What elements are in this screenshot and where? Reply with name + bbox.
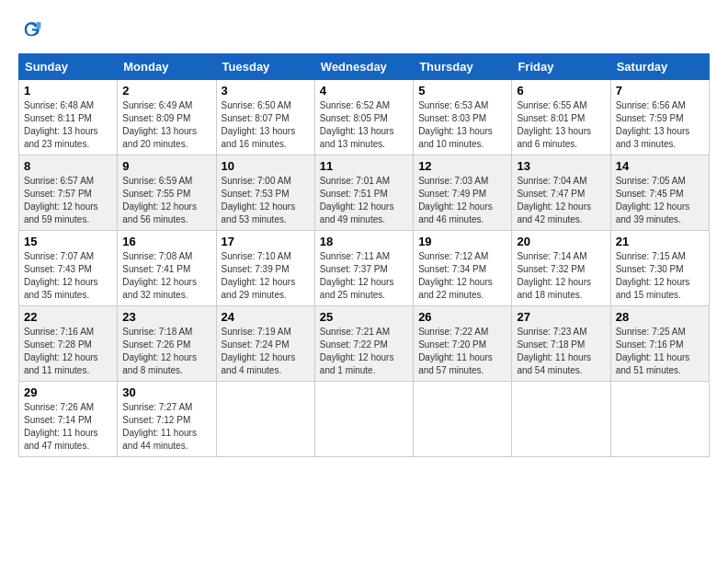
day-info: Sunrise: 7:22 AMSunset: 7:20 PMDaylight:… — [418, 326, 506, 377]
week-row-5: 29Sunrise: 7:26 AMSunset: 7:14 PMDayligh… — [19, 382, 710, 457]
day-number: 17 — [222, 235, 310, 248]
day-number: 5 — [418, 84, 506, 98]
calendar-cell: 28Sunrise: 7:25 AMSunset: 7:16 PMDayligh… — [610, 306, 709, 382]
day-number: 7 — [616, 84, 704, 98]
day-info: Sunrise: 7:26 AMSunset: 7:14 PMDaylight:… — [24, 401, 112, 453]
calendar-cell: 24Sunrise: 7:19 AMSunset: 7:24 PMDayligh… — [216, 306, 314, 382]
day-number: 23 — [122, 310, 210, 324]
calendar-cell: 12Sunrise: 7:03 AMSunset: 7:49 PMDayligh… — [414, 155, 512, 231]
day-info: Sunrise: 7:00 AMSunset: 7:53 PMDaylight:… — [222, 175, 310, 226]
day-number: 19 — [418, 235, 506, 248]
calendar-cell: 13Sunrise: 7:04 AMSunset: 7:47 PMDayligh… — [512, 155, 610, 231]
day-number: 12 — [418, 159, 506, 173]
col-friday: Friday — [512, 54, 610, 80]
day-info: Sunrise: 7:15 AMSunset: 7:30 PMDaylight:… — [616, 250, 704, 302]
week-row-2: 8Sunrise: 6:57 AMSunset: 7:57 PMDaylight… — [19, 155, 710, 231]
day-number: 24 — [222, 310, 310, 324]
calendar-cell: 9Sunrise: 6:59 AMSunset: 7:55 PMDaylight… — [118, 155, 216, 231]
day-number: 8 — [24, 159, 112, 173]
day-number: 28 — [616, 310, 704, 324]
calendar-cell: 29Sunrise: 7:26 AMSunset: 7:14 PMDayligh… — [19, 382, 118, 457]
day-number: 1 — [24, 84, 112, 98]
day-info: Sunrise: 7:21 AMSunset: 7:22 PMDaylight:… — [320, 326, 408, 377]
calendar-cell: 6Sunrise: 6:55 AMSunset: 8:01 PMDaylight… — [512, 80, 610, 155]
calendar-cell — [314, 382, 413, 457]
calendar-cell: 1Sunrise: 6:48 AMSunset: 8:11 PMDaylight… — [19, 80, 118, 155]
calendar-cell: 19Sunrise: 7:12 AMSunset: 7:34 PMDayligh… — [414, 231, 512, 306]
day-info: Sunrise: 7:03 AMSunset: 7:49 PMDaylight:… — [418, 175, 506, 226]
day-info: Sunrise: 7:27 AMSunset: 7:12 PMDaylight:… — [122, 401, 210, 453]
day-number: 30 — [122, 385, 210, 399]
day-info: Sunrise: 7:07 AMSunset: 7:43 PMDaylight:… — [24, 250, 112, 302]
day-info: Sunrise: 7:12 AMSunset: 7:34 PMDaylight:… — [418, 250, 506, 302]
day-info: Sunrise: 7:25 AMSunset: 7:16 PMDaylight:… — [616, 326, 704, 377]
day-info: Sunrise: 7:10 AMSunset: 7:39 PMDaylight:… — [222, 250, 310, 302]
day-info: Sunrise: 7:08 AMSunset: 7:41 PMDaylight:… — [122, 250, 210, 302]
day-info: Sunrise: 6:49 AMSunset: 8:09 PMDaylight:… — [122, 99, 210, 151]
day-info: Sunrise: 6:56 AMSunset: 7:59 PMDaylight:… — [616, 99, 704, 151]
day-number: 15 — [24, 235, 112, 248]
day-info: Sunrise: 6:59 AMSunset: 7:55 PMDaylight:… — [122, 175, 210, 226]
day-number: 3 — [222, 84, 310, 98]
calendar-cell — [216, 382, 314, 457]
col-tuesday: Tuesday — [216, 54, 314, 80]
week-row-1: 1Sunrise: 6:48 AMSunset: 8:11 PMDaylight… — [19, 80, 710, 155]
day-info: Sunrise: 6:55 AMSunset: 8:01 PMDaylight:… — [517, 99, 605, 151]
calendar-cell: 22Sunrise: 7:16 AMSunset: 7:28 PMDayligh… — [19, 306, 118, 382]
calendar-cell: 26Sunrise: 7:22 AMSunset: 7:20 PMDayligh… — [414, 306, 512, 382]
calendar-cell: 23Sunrise: 7:18 AMSunset: 7:26 PMDayligh… — [118, 306, 216, 382]
col-wednesday: Wednesday — [314, 54, 413, 80]
calendar-header-row: Sunday Monday Tuesday Wednesday Thursday… — [19, 54, 710, 80]
day-info: Sunrise: 7:16 AMSunset: 7:28 PMDaylight:… — [24, 326, 112, 377]
day-number: 6 — [517, 84, 605, 98]
day-info: Sunrise: 6:48 AMSunset: 8:11 PMDaylight:… — [24, 99, 112, 151]
day-info: Sunrise: 7:01 AMSunset: 7:51 PMDaylight:… — [320, 175, 408, 226]
day-info: Sunrise: 7:19 AMSunset: 7:24 PMDaylight:… — [222, 326, 310, 377]
day-number: 14 — [616, 159, 704, 173]
day-number: 16 — [122, 235, 210, 248]
day-info: Sunrise: 6:50 AMSunset: 8:07 PMDaylight:… — [222, 99, 310, 151]
day-info: Sunrise: 7:23 AMSunset: 7:18 PMDaylight:… — [517, 326, 605, 377]
calendar-cell: 14Sunrise: 7:05 AMSunset: 7:45 PMDayligh… — [610, 155, 709, 231]
day-number: 4 — [320, 84, 408, 98]
logo-icon — [20, 18, 42, 40]
day-info: Sunrise: 7:14 AMSunset: 7:32 PMDaylight:… — [517, 250, 605, 302]
calendar-cell: 5Sunrise: 6:53 AMSunset: 8:03 PMDaylight… — [414, 80, 512, 155]
calendar-cell: 15Sunrise: 7:07 AMSunset: 7:43 PMDayligh… — [19, 231, 118, 306]
calendar-cell: 10Sunrise: 7:00 AMSunset: 7:53 PMDayligh… — [216, 155, 314, 231]
calendar-cell: 7Sunrise: 6:56 AMSunset: 7:59 PMDaylight… — [610, 80, 709, 155]
day-number: 25 — [320, 310, 408, 324]
week-row-4: 22Sunrise: 7:16 AMSunset: 7:28 PMDayligh… — [19, 306, 710, 382]
day-number: 2 — [122, 84, 210, 98]
day-info: Sunrise: 7:05 AMSunset: 7:45 PMDaylight:… — [616, 175, 704, 226]
day-info: Sunrise: 7:11 AMSunset: 7:37 PMDaylight:… — [320, 250, 408, 302]
col-monday: Monday — [118, 54, 216, 80]
day-number: 20 — [517, 235, 605, 248]
day-info: Sunrise: 6:57 AMSunset: 7:57 PMDaylight:… — [24, 175, 112, 226]
day-number: 9 — [122, 159, 210, 173]
calendar-cell: 20Sunrise: 7:14 AMSunset: 7:32 PMDayligh… — [512, 231, 610, 306]
day-number: 13 — [517, 159, 605, 173]
calendar-cell: 8Sunrise: 6:57 AMSunset: 7:57 PMDaylight… — [19, 155, 118, 231]
day-info: Sunrise: 6:52 AMSunset: 8:05 PMDaylight:… — [320, 99, 408, 151]
col-saturday: Saturday — [610, 54, 709, 80]
calendar-cell: 25Sunrise: 7:21 AMSunset: 7:22 PMDayligh… — [314, 306, 413, 382]
calendar-cell: 2Sunrise: 6:49 AMSunset: 8:09 PMDaylight… — [118, 80, 216, 155]
day-number: 10 — [222, 159, 310, 173]
day-number: 21 — [616, 235, 704, 248]
page-header — [18, 18, 710, 44]
day-info: Sunrise: 7:18 AMSunset: 7:26 PMDaylight:… — [122, 326, 210, 377]
calendar-cell: 17Sunrise: 7:10 AMSunset: 7:39 PMDayligh… — [216, 231, 314, 306]
calendar-cell: 21Sunrise: 7:15 AMSunset: 7:30 PMDayligh… — [610, 231, 709, 306]
week-row-3: 15Sunrise: 7:07 AMSunset: 7:43 PMDayligh… — [19, 231, 710, 306]
day-number: 26 — [418, 310, 506, 324]
calendar-cell — [512, 382, 610, 457]
day-number: 29 — [24, 385, 112, 399]
day-number: 22 — [24, 310, 112, 324]
col-thursday: Thursday — [414, 54, 512, 80]
calendar-cell: 4Sunrise: 6:52 AMSunset: 8:05 PMDaylight… — [314, 80, 413, 155]
calendar-cell: 16Sunrise: 7:08 AMSunset: 7:41 PMDayligh… — [118, 231, 216, 306]
calendar-cell: 18Sunrise: 7:11 AMSunset: 7:37 PMDayligh… — [314, 231, 413, 306]
col-sunday: Sunday — [19, 54, 118, 80]
calendar-cell — [414, 382, 512, 457]
